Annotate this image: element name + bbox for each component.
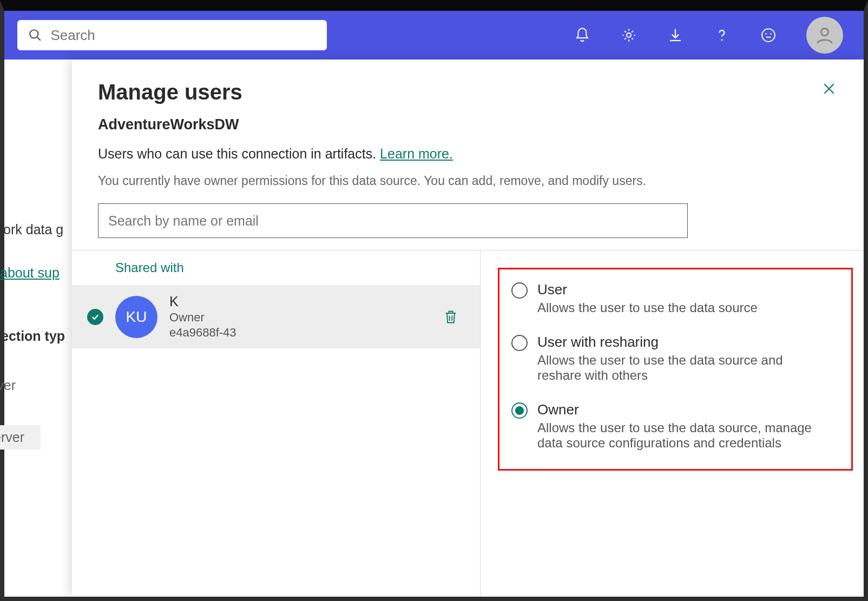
svg-point-2	[627, 33, 631, 37]
manage-users-panel: Manage users AdventureWorksDW Users who …	[72, 60, 864, 597]
role-title: Owner	[537, 401, 819, 418]
bg-text: work data g	[0, 222, 63, 237]
help-icon[interactable]	[713, 27, 731, 44]
user-row[interactable]: KU K Owner e4a9688f-43	[72, 285, 480, 348]
user-id: e4a9688f-43	[169, 326, 430, 340]
bg-link[interactable]: about sup	[0, 265, 60, 281]
radio-icon	[511, 282, 528, 299]
check-icon	[87, 309, 103, 325]
panel-title: Manage users	[98, 80, 242, 104]
svg-point-4	[762, 29, 775, 42]
gear-icon[interactable]	[620, 27, 637, 44]
close-button[interactable]	[820, 80, 838, 97]
panel-subtitle: AdventureWorksDW	[98, 116, 838, 133]
global-search-input[interactable]	[50, 27, 317, 44]
svg-point-5	[765, 33, 767, 35]
panel-description: Users who can use this connection in art…	[98, 146, 838, 162]
radio-icon	[511, 335, 528, 351]
app-frame: work data g about sup ection typ rver er…	[0, 0, 868, 601]
role-desc: Allows the user to use the data source, …	[537, 420, 819, 451]
download-icon[interactable]	[667, 27, 684, 44]
desc-text: Users who can use this connection in art…	[98, 146, 380, 161]
users-list: Shared with KU K Owner e4a9688f-43	[72, 250, 481, 597]
app-header	[4, 11, 864, 60]
svg-point-6	[770, 33, 772, 35]
bg-text: erver	[0, 425, 41, 450]
role-title: User with resharing	[537, 334, 819, 351]
roles-highlight: User Allows the user to use the data sou…	[498, 268, 853, 471]
learn-more-link[interactable]: Learn more.	[380, 146, 453, 161]
radio-icon	[511, 402, 528, 419]
role-desc: Allows the user to use the data source a…	[537, 353, 819, 383]
role-desc: Allows the user to use the data source	[537, 300, 758, 315]
role-selector: User Allows the user to use the data sou…	[481, 250, 864, 597]
delete-user-button[interactable]	[442, 308, 459, 326]
role-option-user[interactable]: User Allows the user to use the data sou…	[511, 281, 841, 315]
panel-body: Shared with KU K Owner e4a9688f-43	[72, 250, 864, 597]
search-icon	[27, 27, 43, 44]
underlay-page: work data g about sup ection typ rver er…	[4, 60, 864, 597]
svg-point-0	[30, 30, 38, 38]
user-name: K	[169, 294, 430, 309]
user-search-input[interactable]	[98, 203, 688, 238]
user-role: Owner	[169, 311, 430, 325]
bg-text: ection typ	[1, 328, 65, 344]
svg-point-8	[821, 29, 828, 36]
svg-point-3	[721, 39, 723, 41]
header-actions	[574, 17, 843, 54]
role-option-user-resharing[interactable]: User with resharing Allows the user to u…	[511, 334, 841, 383]
feedback-icon[interactable]	[760, 27, 777, 44]
user-avatar[interactable]	[806, 17, 843, 54]
user-meta: K Owner e4a9688f-43	[169, 294, 430, 340]
panel-note: You currently have owner permissions for…	[98, 174, 838, 188]
role-option-owner[interactable]: Owner Allows the user to use the data so…	[511, 401, 841, 451]
svg-line-1	[37, 37, 40, 41]
bell-icon[interactable]	[574, 27, 591, 44]
user-avatar-circle: KU	[115, 296, 157, 338]
role-title: User	[537, 281, 758, 298]
bg-text: rver	[0, 378, 16, 393]
shared-with-tab[interactable]: Shared with	[72, 250, 480, 285]
global-search[interactable]	[17, 20, 327, 50]
